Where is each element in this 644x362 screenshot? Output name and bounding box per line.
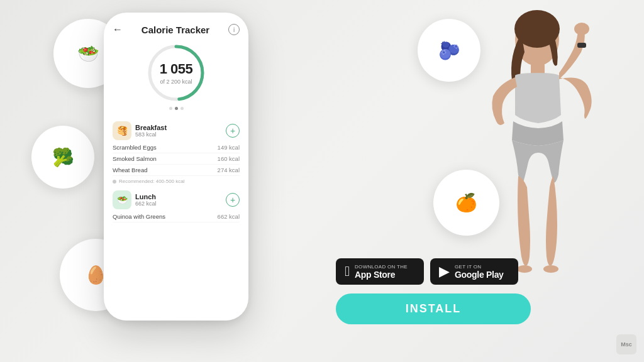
info-icon[interactable]: i <box>228 24 240 35</box>
svg-point-7 <box>543 265 558 273</box>
svg-point-5 <box>574 23 589 35</box>
lunch-section: 🥗 Lunch 662 kcal + Quinoa with Greens 66… <box>113 190 240 222</box>
msc-label: Msc <box>621 341 632 348</box>
breakfast-icon: 🥞 <box>113 121 131 140</box>
breakfast-title-wrap: Breakfast 583 kcal <box>135 124 167 138</box>
phone-mockup: ← Calorie Tracker i 1 055 of 2 200 kcal <box>104 13 248 327</box>
food-item-scrambled-eggs: Scrambled Eggs 149 kcal <box>113 142 240 153</box>
breakfast-section: 🥞 Breakfast 583 kcal + Scrambled Eggs 14… <box>113 121 240 187</box>
page-dots <box>169 107 184 110</box>
google-play-large-label: Google Play <box>455 270 504 280</box>
lunch-name: Lunch <box>135 193 157 200</box>
dot-3 <box>180 107 184 110</box>
app-store-large-label: App Store <box>355 270 408 280</box>
store-buttons-row:  Download on the App Store ▶ GET IT ON … <box>336 258 531 285</box>
calorie-section: 1 055 of 2 200 kcal <box>113 41 240 116</box>
app-store-small-label: Download on the <box>355 264 408 270</box>
breakfast-name: Breakfast <box>135 124 167 131</box>
recommendation-text: Recommended: 400-500 kcal <box>113 178 240 184</box>
download-buttons-area:  Download on the App Store ▶ GET IT ON … <box>336 258 531 324</box>
lunch-header: 🥗 Lunch 662 kcal + <box>113 190 240 209</box>
breakfast-header-left: 🥞 Breakfast 583 kcal <box>113 121 167 140</box>
food-name-smoked-salmon: Smoked Salmon <box>113 155 157 162</box>
install-button[interactable]: INSTALL <box>336 293 531 324</box>
lunch-title-wrap: Lunch 662 kcal <box>135 193 157 207</box>
phone-screen: ← Calorie Tracker i 1 055 of 2 200 kcal <box>104 13 248 321</box>
google-play-small-label: GET IT ON <box>455 264 504 270</box>
rec-dot-icon <box>113 180 116 184</box>
app-store-button[interactable]:  Download on the App Store <box>336 258 424 285</box>
breakfast-kcal: 583 kcal <box>135 131 167 138</box>
google-play-icon: ▶ <box>439 263 450 280</box>
apple-icon:  <box>345 263 350 280</box>
food-name-scrambled-eggs: Scrambled Eggs <box>113 144 157 151</box>
calorie-subtitle: of 2 200 kcal <box>160 79 192 85</box>
dot-1 <box>169 107 172 110</box>
food-cal-wheat-bread: 274 kcal <box>218 167 240 173</box>
breakfast-add-button[interactable]: + <box>226 124 240 138</box>
food-item-smoked-salmon: Smoked Salmon 160 kcal <box>113 153 240 165</box>
food-name-quinoa: Quinoa with Greens <box>113 213 165 220</box>
google-play-text: GET IT ON Google Play <box>455 264 504 280</box>
food-item-quinoa: Quinoa with Greens 662 kcal <box>113 211 240 222</box>
food-name-wheat-bread: Wheat Bread <box>113 167 147 173</box>
calorie-ring: 1 055 of 2 200 kcal <box>145 41 208 104</box>
google-play-button[interactable]: ▶ GET IT ON Google Play <box>430 258 518 285</box>
back-arrow-icon[interactable]: ← <box>113 24 123 35</box>
calorie-number: 1 055 <box>160 61 193 77</box>
svg-rect-8 <box>577 43 586 48</box>
install-button-label: INSTALL <box>406 302 462 315</box>
phone-header: ← Calorie Tracker i <box>113 24 240 35</box>
food-cal-smoked-salmon: 160 kcal <box>218 155 240 162</box>
food-emoji-1: 🥗 <box>77 43 99 64</box>
lunch-header-left: 🥗 Lunch 662 kcal <box>113 190 157 209</box>
dot-2 <box>175 107 178 110</box>
app-store-text: Download on the App Store <box>355 264 408 280</box>
food-plate-2: 🥦 <box>31 126 94 189</box>
phone-title: Calorie Tracker <box>142 25 209 35</box>
food-cal-scrambled-eggs: 149 kcal <box>218 144 240 151</box>
lunch-kcal: 662 kcal <box>135 200 157 207</box>
food-cal-quinoa: 662 kcal <box>218 213 240 220</box>
right-section:  Download on the App Store ▶ GET IT ON … <box>317 0 644 362</box>
lunch-icon: 🥗 <box>113 190 131 209</box>
breakfast-header: 🥞 Breakfast 583 kcal + <box>113 121 240 140</box>
recommendation-label: Recommended: 400-500 kcal <box>119 178 185 184</box>
food-emoji-2: 🥦 <box>52 147 74 168</box>
lunch-add-button[interactable]: + <box>226 193 240 207</box>
food-item-wheat-bread: Wheat Bread 274 kcal <box>113 165 240 176</box>
msc-badge: Msc <box>616 334 636 354</box>
